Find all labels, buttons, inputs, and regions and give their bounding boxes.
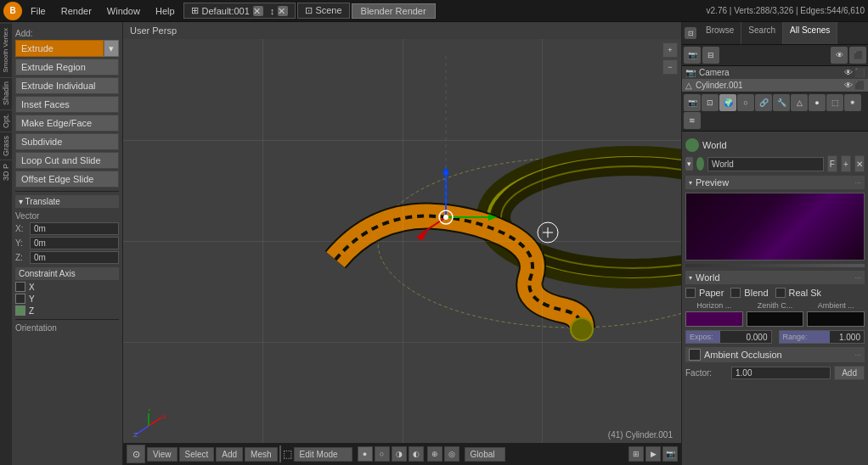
extrude-dropdown[interactable]: ▾ xyxy=(104,40,119,57)
outline-camera[interactable]: 📷 Camera 👁 ⬛ xyxy=(682,66,868,79)
vis-icon[interactable]: 👁 xyxy=(844,68,853,77)
svg-line-21 xyxy=(136,426,149,434)
proportional-btn[interactable]: ◎ xyxy=(444,446,459,462)
axis-z-checkbox[interactable] xyxy=(15,305,25,316)
outline-icon-btn[interactable]: ⊟ xyxy=(702,47,719,64)
axis-y-checkbox[interactable] xyxy=(15,294,25,304)
menu-render[interactable]: Render xyxy=(54,4,99,18)
ao-checkbox[interactable] xyxy=(689,349,701,361)
world-section-header[interactable]: ▾ World ··· xyxy=(685,271,865,284)
pivot-dropdown[interactable]: Global xyxy=(465,447,506,462)
ao-factor-input[interactable]: 1.00 xyxy=(731,367,831,379)
mesh-btn[interactable]: Mesh xyxy=(245,447,277,462)
make-edge-face-btn[interactable]: Make Edge/Face xyxy=(15,115,119,132)
particles-icon[interactable]: ⁕ xyxy=(844,94,861,111)
material-icon[interactable]: ● xyxy=(809,94,826,111)
texture-shading-btn[interactable]: ◑ xyxy=(392,446,407,462)
z-label: Z: xyxy=(15,253,28,262)
ao-add-btn[interactable]: Add xyxy=(834,366,865,380)
material-shading-btn[interactable]: ◐ xyxy=(409,446,424,462)
x-value[interactable]: 0m xyxy=(30,222,119,235)
mode-dropdown[interactable]: Edit Mode xyxy=(294,447,352,462)
zoom-out-btn[interactable]: − xyxy=(662,59,678,75)
world-header-row: World xyxy=(685,135,865,155)
wire-shading-btn[interactable]: ○ xyxy=(375,446,390,462)
offset-edge-btn[interactable]: Offset Edge Slide xyxy=(15,171,119,188)
tab-smooth-vertex[interactable]: Smooth Vertex xyxy=(0,22,12,77)
translate-section: ▾ Translate xyxy=(15,195,119,208)
zoom-in-btn[interactable]: + xyxy=(662,42,678,58)
viewport-footer: ⊙ View Select Add Mesh ⬚ Edit Mode ● ○ ◑… xyxy=(123,443,681,465)
left-main: Add: Extrude ▾ Extrude Region Extrude In… xyxy=(12,22,122,465)
camera-btn[interactable]: 📷 xyxy=(662,446,678,462)
snap-btn[interactable]: ⊕ xyxy=(427,446,442,462)
paper-checkbox[interactable] xyxy=(685,288,696,298)
range-slider[interactable]: Range: 1.000 xyxy=(779,330,865,344)
camera-icon-btn[interactable]: 📷 xyxy=(684,47,701,64)
object-props-icon[interactable]: ○ xyxy=(737,94,754,111)
world-color-dot[interactable] xyxy=(696,157,704,171)
preview-section-header[interactable]: ▾ Preview ··· xyxy=(685,176,865,189)
render-icon-btn[interactable]: ⬛ xyxy=(849,47,866,64)
axis-x-checkbox[interactable] xyxy=(15,282,25,292)
render-btn2[interactable]: ▶ xyxy=(645,446,661,462)
mode-selector: ⬚ Edit Mode xyxy=(283,447,352,462)
loop-cut-btn[interactable]: Loop Cut and Slide xyxy=(15,152,119,169)
realsk-checkbox[interactable] xyxy=(775,288,786,298)
tab-opt[interactable]: Opt. xyxy=(0,109,12,132)
inset-faces-btn[interactable]: Inset Faces xyxy=(15,96,119,113)
menu-file[interactable]: File xyxy=(24,4,53,18)
subdivide-btn[interactable]: Subdivide xyxy=(15,133,119,150)
vis-icon2[interactable]: 👁 xyxy=(844,81,853,90)
expos-slider[interactable]: Expos: 0.000 xyxy=(685,330,772,344)
add-btn[interactable]: Add xyxy=(216,447,243,462)
layers-btn[interactable]: ⊞ xyxy=(628,446,644,462)
extrude-region-btn[interactable]: Extrude Region xyxy=(15,59,119,76)
world-plus-btn[interactable]: + xyxy=(841,155,851,172)
render-vis-icon2[interactable]: ⬛ xyxy=(854,81,865,90)
modifiers-icon[interactable]: 🔧 xyxy=(773,94,790,111)
viewport[interactable]: User Persp Meters xyxy=(123,22,681,465)
eye-icon-btn[interactable]: 👁 xyxy=(831,47,848,64)
window-close[interactable]: ✕ xyxy=(253,6,263,16)
window-close2[interactable]: ✕ xyxy=(278,6,288,16)
render-vis-icon[interactable]: ⬛ xyxy=(854,68,865,77)
tab-all-scenes[interactable]: All Scenes xyxy=(783,22,837,44)
world-f-btn[interactable]: F xyxy=(827,155,837,172)
viewport-mode-icon[interactable]: ⊙ xyxy=(127,445,145,463)
horizon-swatch[interactable] xyxy=(685,311,743,327)
world-x-btn[interactable]: ✕ xyxy=(854,155,865,172)
blend-checkbox[interactable] xyxy=(730,288,741,298)
extrude-individual-btn[interactable]: Extrude Individual xyxy=(15,77,119,94)
world-props-icon[interactable]: 🌍 xyxy=(719,94,736,111)
constraints-icon[interactable]: 🔗 xyxy=(755,94,772,111)
z-value[interactable]: 0m xyxy=(30,251,119,264)
zenith-swatch[interactable] xyxy=(747,311,804,327)
select-btn[interactable]: Select xyxy=(179,447,215,462)
outline-cylinder[interactable]: △ Cylinder.001 👁 ⬛ xyxy=(682,79,868,92)
tab-browse[interactable]: Browse xyxy=(699,22,741,44)
browse-world-btn[interactable]: ▾ xyxy=(685,157,693,171)
physics-icon[interactable]: ≋ xyxy=(684,112,701,129)
view-btn[interactable]: View xyxy=(147,447,178,462)
world-name-input[interactable] xyxy=(707,157,824,171)
tab-3dp[interactable]: 3D P xyxy=(0,160,12,184)
viewport-canvas[interactable]: X Y Z + − (41) Cylinder.001 xyxy=(123,39,681,443)
menu-window[interactable]: Window xyxy=(100,4,147,18)
menu-help[interactable]: Help xyxy=(149,4,182,18)
solid-shading-btn[interactable]: ● xyxy=(358,446,373,462)
render-props-icon[interactable]: 📷 xyxy=(684,94,701,111)
render-engine-btn[interactable]: Blender Render xyxy=(352,3,436,19)
tab-search[interactable]: Search xyxy=(741,22,783,44)
texture-icon[interactable]: ⬚ xyxy=(826,94,843,111)
extrude-btn[interactable]: Extrude xyxy=(15,40,104,57)
paper-label: Paper xyxy=(699,288,724,298)
y-value[interactable]: 0m xyxy=(30,237,119,249)
data-icon[interactable]: △ xyxy=(791,94,808,111)
tab-shadin[interactable]: Shadin xyxy=(0,77,12,109)
preview-gradient xyxy=(686,193,864,260)
scene-props-icon[interactable]: ⊡ xyxy=(702,94,719,111)
camera-small-icon: 📷 xyxy=(685,68,696,77)
ambient-swatch[interactable] xyxy=(807,311,865,327)
tab-grass[interactable]: Grass xyxy=(0,132,12,160)
